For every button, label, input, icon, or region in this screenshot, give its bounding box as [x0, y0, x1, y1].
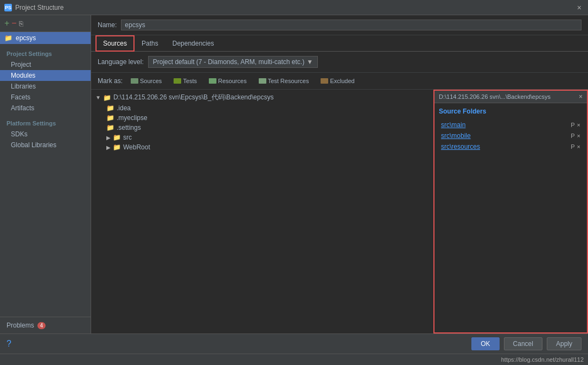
mark-sources-button[interactable]: Sources: [127, 76, 165, 86]
src-main-p-button[interactable]: P: [571, 122, 574, 128]
mark-tests-button[interactable]: Tests: [170, 76, 201, 86]
tabs-row: Sources Paths Dependencies: [91, 35, 588, 52]
remove-module-button[interactable]: −: [11, 18, 16, 28]
content-area: Name: Sources Paths Dependencies Languag…: [91, 15, 588, 333]
project-settings-section: Project Settings: [0, 48, 91, 59]
name-input[interactable]: [121, 20, 581, 30]
tab-dependencies[interactable]: Dependencies: [165, 36, 221, 51]
mark-as-row: Mark as: Sources Tests Resources Test Re…: [91, 73, 588, 90]
webroot-folder-icon: 📁: [113, 143, 121, 151]
src-resources-link[interactable]: src\resources: [441, 143, 480, 150]
dialog-title: Project Structure: [15, 4, 63, 11]
module-folder-icon: 📁: [4, 34, 12, 42]
tests-folder-icon: [174, 78, 181, 84]
src-mobile-p-button[interactable]: P: [571, 133, 574, 139]
copy-module-button[interactable]: ⎘: [19, 20, 23, 28]
source-folders-popup: D:\114.215.206.26 svn\...\Backend\epcsys…: [433, 90, 588, 333]
tab-sources[interactable]: Sources: [95, 35, 135, 52]
sidebar-item-sdks[interactable]: SDKs: [0, 129, 91, 140]
popup-folder-src-resources: src\resources P ×: [439, 141, 583, 152]
language-level-row: Language level: Project default (7 - Dia…: [91, 52, 588, 73]
mark-resources-button[interactable]: Resources: [205, 76, 251, 86]
sidebar-toolbar: + − ⎘: [0, 15, 91, 32]
src-arrow[interactable]: ▶: [106, 135, 111, 141]
src-mobile-x-button[interactable]: ×: [577, 133, 580, 139]
idea-folder-icon: 📁: [106, 104, 114, 112]
app-icon: PS: [4, 4, 12, 11]
sources-folder-icon: [131, 78, 138, 84]
src-main-link[interactable]: src\main: [441, 121, 465, 129]
excluded-folder-icon: [321, 78, 328, 84]
src-resources-p-button[interactable]: P: [571, 143, 574, 150]
sidebar-item-project[interactable]: Project: [0, 59, 91, 70]
tab-paths[interactable]: Paths: [135, 36, 165, 51]
src-mobile-actions: P ×: [571, 133, 580, 139]
mark-excluded-button[interactable]: Excluded: [317, 76, 358, 86]
src-resources-actions: P ×: [571, 143, 580, 150]
title-bar: PS Project Structure ×: [0, 0, 588, 15]
problems-label: Problems: [7, 322, 34, 329]
sidebar-bottom: Problems 4: [0, 317, 91, 333]
resources-folder-icon: [209, 78, 216, 84]
tree-root-label: D:\114.215.206.26 svn\Epcsys\B_代码\Backen…: [113, 93, 274, 102]
myeclipse-label: .myeclipse: [117, 114, 148, 122]
src-main-x-button[interactable]: ×: [577, 122, 580, 128]
mark-test-resources-button[interactable]: Test Resources: [255, 76, 313, 86]
src-resources-x-button[interactable]: ×: [577, 143, 580, 150]
sidebar: + − ⎘ 📁 epcsys Project Settings Project …: [0, 15, 91, 333]
tree-root-folder-icon: 📁: [103, 94, 111, 102]
tree-panel: ▼ 📁 D:\114.215.206.26 svn\Epcsys\B_代码\Ba…: [91, 90, 588, 333]
sidebar-item-artifacts[interactable]: Artifacts: [0, 103, 91, 114]
close-button[interactable]: ×: [575, 2, 584, 13]
dialog-footer: ? OK Cancel Apply: [0, 333, 588, 354]
source-folders-title: Source Folders: [439, 108, 583, 115]
footer-buttons: OK Cancel Apply: [471, 337, 581, 350]
language-level-label: Language level:: [98, 58, 144, 66]
tree-root-arrow[interactable]: ▼: [95, 95, 101, 100]
test-resources-folder-icon: [259, 78, 266, 84]
status-url: https://blog.csdn.net/zhurall112: [501, 356, 584, 363]
settings-label: .settings: [117, 124, 141, 131]
sidebar-item-facets[interactable]: Facets: [0, 92, 91, 103]
mark-as-label: Mark as:: [98, 77, 123, 85]
module-epcsys[interactable]: 📁 epcsys: [0, 32, 91, 44]
popup-folder-src-mobile: src\mobile P ×: [439, 130, 583, 141]
dropdown-arrow-icon: ▼: [306, 58, 313, 66]
status-bar: https://blog.csdn.net/zhurall112: [0, 354, 588, 365]
popup-path-label: D:\114.215.206.26 svn\...\Backend\epcsys: [439, 93, 551, 100]
platform-settings-section: Platform Settings: [0, 118, 91, 129]
sidebar-nav: Project Settings Project Modules Librari…: [0, 44, 91, 155]
src-folder-icon: 📁: [113, 134, 121, 141]
popup-folder-src-main: src\main P ×: [439, 119, 583, 130]
sidebar-item-libraries[interactable]: Libraries: [0, 81, 91, 92]
src-label: src: [123, 134, 132, 141]
webroot-label: WebRoot: [123, 143, 150, 151]
popup-header: D:\114.215.206.26 svn\...\Backend\epcsys…: [434, 91, 587, 103]
sidebar-item-modules[interactable]: Modules: [0, 70, 91, 81]
ok-button[interactable]: OK: [471, 337, 499, 350]
language-level-dropdown[interactable]: Project default (7 - Diamonds, ARM, mult…: [148, 56, 318, 68]
idea-label: .idea: [117, 104, 131, 112]
add-module-button[interactable]: +: [4, 18, 9, 28]
myeclipse-folder-icon: 📁: [106, 114, 114, 122]
settings-folder-icon: 📁: [106, 124, 114, 131]
webroot-arrow[interactable]: ▶: [106, 144, 111, 150]
cancel-button[interactable]: Cancel: [504, 337, 542, 350]
src-main-actions: P ×: [571, 122, 580, 128]
src-mobile-link[interactable]: src\mobile: [441, 132, 471, 140]
name-label: Name:: [98, 21, 117, 29]
problems-badge: 4: [37, 322, 46, 329]
popup-content: Source Folders src\main P × src\mobile: [434, 103, 587, 156]
sidebar-item-global-libraries[interactable]: Global Libraries: [0, 140, 91, 150]
module-epcsys-label: epcsys: [16, 34, 36, 42]
help-button[interactable]: ?: [7, 339, 11, 349]
name-row: Name:: [91, 15, 588, 35]
apply-button[interactable]: Apply: [547, 337, 581, 350]
popup-close-button[interactable]: ×: [579, 93, 583, 100]
